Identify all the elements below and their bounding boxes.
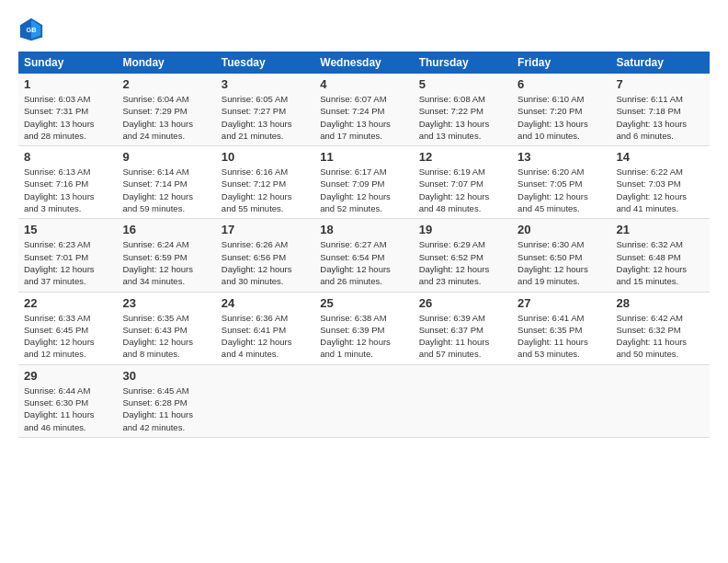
day-number: 9 — [122, 150, 210, 164]
day-number: 11 — [320, 150, 407, 164]
day-info: Sunrise: 6:35 AMSunset: 6:43 PMDaylight:… — [122, 312, 210, 361]
day-info: Sunrise: 6:08 AMSunset: 7:22 PMDaylight:… — [419, 93, 506, 142]
col-header-tuesday: Tuesday — [216, 52, 314, 74]
day-number: 4 — [320, 77, 407, 91]
day-cell — [414, 364, 512, 437]
day-info: Sunrise: 6:38 AMSunset: 6:39 PMDaylight:… — [320, 312, 407, 361]
day-number: 7 — [617, 77, 704, 91]
day-number: 13 — [518, 150, 605, 164]
day-cell: 9Sunrise: 6:14 AMSunset: 7:14 PMDaylight… — [117, 146, 215, 219]
day-number: 10 — [222, 150, 309, 164]
week-row-4: 22Sunrise: 6:33 AMSunset: 6:45 PMDayligh… — [18, 292, 710, 364]
day-info: Sunrise: 6:10 AMSunset: 7:20 PMDaylight:… — [518, 93, 605, 142]
day-cell: 2Sunrise: 6:04 AMSunset: 7:29 PMDaylight… — [117, 74, 215, 146]
page: GB SundayMondayTuesdayWednesdayThursdayF… — [0, 0, 728, 563]
day-info: Sunrise: 6:16 AMSunset: 7:12 PMDaylight:… — [222, 166, 309, 214]
day-info: Sunrise: 6:14 AMSunset: 7:14 PMDaylight:… — [122, 166, 210, 214]
day-cell: 15Sunrise: 6:23 AMSunset: 7:01 PMDayligh… — [18, 219, 117, 292]
day-info: Sunrise: 6:39 AMSunset: 6:37 PMDaylight:… — [419, 312, 506, 361]
day-cell: 20Sunrise: 6:30 AMSunset: 6:50 PMDayligh… — [512, 219, 610, 292]
logo-icon: GB — [18, 17, 44, 42]
day-number: 3 — [222, 77, 309, 91]
col-header-monday: Monday — [117, 52, 215, 74]
day-cell: 13Sunrise: 6:20 AMSunset: 7:05 PMDayligh… — [512, 146, 610, 219]
day-number: 22 — [24, 296, 111, 310]
day-cell: 23Sunrise: 6:35 AMSunset: 6:43 PMDayligh… — [117, 292, 215, 364]
day-info: Sunrise: 6:42 AMSunset: 6:32 PMDaylight:… — [617, 312, 704, 361]
day-number: 20 — [518, 223, 605, 236]
col-header-saturday: Saturday — [611, 52, 710, 74]
week-row-1: 1Sunrise: 6:03 AMSunset: 7:31 PMDaylight… — [18, 74, 710, 146]
day-number: 5 — [419, 77, 506, 91]
day-cell: 11Sunrise: 6:17 AMSunset: 7:09 PMDayligh… — [314, 146, 413, 219]
week-row-5: 29Sunrise: 6:44 AMSunset: 6:30 PMDayligh… — [18, 364, 710, 437]
day-info: Sunrise: 6:13 AMSunset: 7:16 PMDaylight:… — [24, 166, 111, 214]
header-row: SundayMondayTuesdayWednesdayThursdayFrid… — [18, 52, 710, 74]
week-row-3: 15Sunrise: 6:23 AMSunset: 7:01 PMDayligh… — [18, 219, 710, 292]
day-number: 29 — [24, 369, 111, 383]
day-number: 28 — [617, 296, 704, 310]
day-info: Sunrise: 6:20 AMSunset: 7:05 PMDaylight:… — [518, 166, 605, 214]
day-cell: 5Sunrise: 6:08 AMSunset: 7:22 PMDaylight… — [414, 74, 512, 146]
day-number: 24 — [222, 296, 309, 310]
day-number: 6 — [518, 77, 605, 91]
day-number: 25 — [320, 296, 407, 310]
day-info: Sunrise: 6:22 AMSunset: 7:03 PMDaylight:… — [617, 166, 704, 214]
day-number: 27 — [518, 296, 605, 310]
day-info: Sunrise: 6:44 AMSunset: 6:30 PMDaylight:… — [24, 385, 111, 433]
day-cell: 21Sunrise: 6:32 AMSunset: 6:48 PMDayligh… — [611, 219, 710, 292]
day-cell — [216, 364, 314, 437]
day-info: Sunrise: 6:41 AMSunset: 6:35 PMDaylight:… — [518, 312, 605, 361]
col-header-wednesday: Wednesday — [314, 52, 413, 74]
day-info: Sunrise: 6:27 AMSunset: 6:54 PMDaylight:… — [320, 238, 407, 287]
day-cell: 4Sunrise: 6:07 AMSunset: 7:24 PMDaylight… — [314, 74, 413, 146]
day-cell — [611, 364, 710, 437]
day-cell: 3Sunrise: 6:05 AMSunset: 7:27 PMDaylight… — [216, 74, 314, 146]
day-number: 16 — [122, 223, 210, 236]
day-cell — [512, 364, 610, 437]
day-info: Sunrise: 6:07 AMSunset: 7:24 PMDaylight:… — [320, 93, 407, 142]
svg-text:GB: GB — [26, 26, 37, 34]
day-number: 15 — [24, 223, 111, 236]
day-cell: 17Sunrise: 6:26 AMSunset: 6:56 PMDayligh… — [216, 219, 314, 292]
day-number: 8 — [24, 150, 111, 164]
day-cell: 16Sunrise: 6:24 AMSunset: 6:59 PMDayligh… — [117, 219, 215, 292]
day-info: Sunrise: 6:23 AMSunset: 7:01 PMDaylight:… — [24, 238, 111, 287]
day-cell — [314, 364, 413, 437]
day-cell: 1Sunrise: 6:03 AMSunset: 7:31 PMDaylight… — [18, 74, 117, 146]
day-info: Sunrise: 6:26 AMSunset: 6:56 PMDaylight:… — [222, 238, 309, 287]
day-cell: 14Sunrise: 6:22 AMSunset: 7:03 PMDayligh… — [611, 146, 710, 219]
day-number: 12 — [419, 150, 506, 164]
day-cell: 8Sunrise: 6:13 AMSunset: 7:16 PMDaylight… — [18, 146, 117, 219]
col-header-friday: Friday — [512, 52, 610, 74]
day-number: 30 — [122, 369, 210, 383]
day-cell: 12Sunrise: 6:19 AMSunset: 7:07 PMDayligh… — [414, 146, 512, 219]
day-info: Sunrise: 6:19 AMSunset: 7:07 PMDaylight:… — [419, 166, 506, 214]
day-info: Sunrise: 6:32 AMSunset: 6:48 PMDaylight:… — [617, 238, 704, 287]
day-number: 17 — [222, 223, 309, 236]
day-cell: 6Sunrise: 6:10 AMSunset: 7:20 PMDaylight… — [512, 74, 610, 146]
logo: GB — [18, 17, 48, 42]
day-number: 21 — [617, 223, 704, 236]
day-info: Sunrise: 6:36 AMSunset: 6:41 PMDaylight:… — [222, 312, 309, 361]
day-info: Sunrise: 6:11 AMSunset: 7:18 PMDaylight:… — [617, 93, 704, 142]
day-cell: 27Sunrise: 6:41 AMSunset: 6:35 PMDayligh… — [512, 292, 610, 364]
day-cell: 18Sunrise: 6:27 AMSunset: 6:54 PMDayligh… — [314, 219, 413, 292]
day-info: Sunrise: 6:24 AMSunset: 6:59 PMDaylight:… — [122, 238, 210, 287]
day-info: Sunrise: 6:33 AMSunset: 6:45 PMDaylight:… — [24, 312, 111, 361]
day-cell: 29Sunrise: 6:44 AMSunset: 6:30 PMDayligh… — [18, 364, 117, 437]
day-cell: 26Sunrise: 6:39 AMSunset: 6:37 PMDayligh… — [414, 292, 512, 364]
day-number: 19 — [419, 223, 506, 236]
week-row-2: 8Sunrise: 6:13 AMSunset: 7:16 PMDaylight… — [18, 146, 710, 219]
day-cell: 22Sunrise: 6:33 AMSunset: 6:45 PMDayligh… — [18, 292, 117, 364]
day-cell: 24Sunrise: 6:36 AMSunset: 6:41 PMDayligh… — [216, 292, 314, 364]
col-header-sunday: Sunday — [18, 52, 117, 74]
day-cell: 28Sunrise: 6:42 AMSunset: 6:32 PMDayligh… — [611, 292, 710, 364]
day-info: Sunrise: 6:03 AMSunset: 7:31 PMDaylight:… — [24, 93, 111, 142]
day-number: 14 — [617, 150, 704, 164]
day-cell: 25Sunrise: 6:38 AMSunset: 6:39 PMDayligh… — [314, 292, 413, 364]
day-info: Sunrise: 6:04 AMSunset: 7:29 PMDaylight:… — [122, 93, 210, 142]
day-info: Sunrise: 6:30 AMSunset: 6:50 PMDaylight:… — [518, 238, 605, 287]
day-number: 1 — [24, 77, 111, 91]
day-cell: 30Sunrise: 6:45 AMSunset: 6:28 PMDayligh… — [117, 364, 215, 437]
